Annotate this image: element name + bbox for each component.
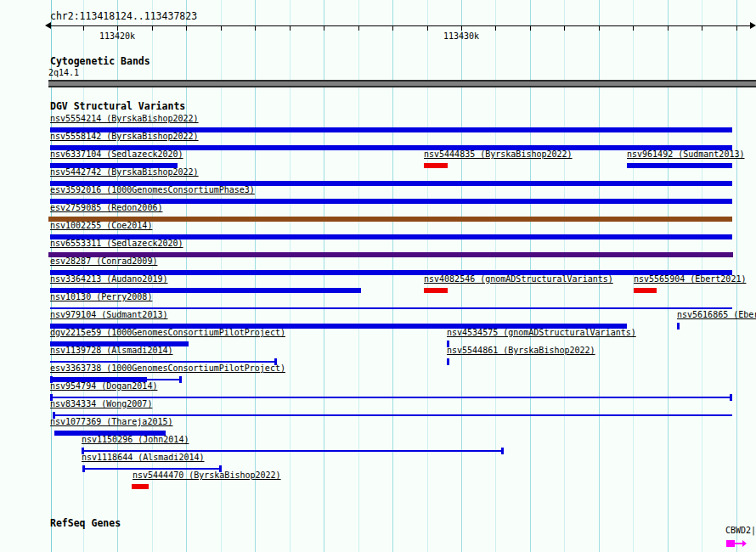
variant-label[interactable]: nsv954794 (Dogan2014) xyxy=(50,381,157,391)
variant-bar[interactable] xyxy=(132,484,149,489)
genome-browser-view: chr2:113418124..113437823 113420k113430k… xyxy=(0,0,756,552)
variant-label[interactable]: dgv2215e59 (1000GenomesConsortiumPilotPr… xyxy=(50,328,285,338)
ruler-tick xyxy=(427,25,428,31)
variant-label[interactable]: esv3363738 (1000GenomesConsortiumPilotPr… xyxy=(50,363,285,374)
variant-label[interactable]: nsv6337104 (Sedlazeck2020) xyxy=(50,149,183,160)
variant-label[interactable]: nsv979104 (Sudmant2013) xyxy=(50,310,167,320)
refseq-header: RefSeq Genes xyxy=(50,518,121,529)
variant-label[interactable]: nsv1002255 (Coe2014) xyxy=(50,221,152,231)
ruler-tick xyxy=(83,25,84,31)
variant-label[interactable]: nsv961492 (Sudmant2013) xyxy=(627,149,744,160)
variant-label-clip: nsv5616865 (Ebert2021) xyxy=(677,310,756,321)
ruler-tick xyxy=(495,25,496,31)
cytoband-label: 2q14.1 xyxy=(48,68,79,78)
variant-range-line[interactable] xyxy=(53,414,732,416)
variant-range-end-tick[interactable] xyxy=(730,394,732,401)
variant-label[interactable]: nsv5554214 (ByrskaBishop2022) xyxy=(50,114,199,124)
ruler-tick xyxy=(668,25,669,31)
ruler-tick xyxy=(221,25,222,31)
variant-range-start-tick[interactable] xyxy=(82,465,85,472)
variant-bar[interactable] xyxy=(424,163,448,168)
ruler-tick xyxy=(152,25,153,31)
variant-label[interactable]: esv2759085 (Redon2006) xyxy=(50,203,162,213)
variant-bar[interactable] xyxy=(627,163,732,168)
cytoband-bar[interactable] xyxy=(48,80,756,87)
variant-label[interactable]: nsv5558142 (ByrskaBishop2022) xyxy=(50,132,199,142)
ruler-tick xyxy=(392,25,393,31)
ruler-tick xyxy=(702,25,702,31)
ruler-line xyxy=(49,25,752,26)
variant-label[interactable]: nsv5544861 (ByrskaBishop2022) xyxy=(447,346,595,356)
ruler-tick-label: 113430k xyxy=(443,31,479,42)
variant-label[interactable]: nsv5616865 (Ebert2021) xyxy=(677,310,756,320)
gene-marker[interactable] xyxy=(726,540,735,547)
ruler-tick xyxy=(255,25,256,31)
variant-label[interactable]: nsv5442742 (ByrskaBishop2022) xyxy=(50,167,199,177)
variant-bar[interactable] xyxy=(447,358,449,365)
variant-range-line[interactable] xyxy=(82,468,221,470)
variant-label[interactable]: nsv6553311 (Sedlazeck2020) xyxy=(50,239,183,249)
gene-strand-arrowhead-icon xyxy=(742,540,747,547)
variant-bar[interactable] xyxy=(634,288,657,293)
variant-label[interactable]: nsv1118644 (Alsmadi2014) xyxy=(82,453,205,463)
variant-label[interactable]: nsv1150296 (John2014) xyxy=(82,435,189,445)
variant-label[interactable]: nsv3364213 (Audano2019) xyxy=(50,274,167,284)
variant-label[interactable]: nsv4534575 (gnomADStructuralVariants) xyxy=(447,328,636,338)
variant-label[interactable]: nsv1139728 (Alsmadi2014) xyxy=(50,346,173,356)
ruler-tick xyxy=(290,25,291,31)
dgv-header: DGV Structural Variants xyxy=(50,101,185,112)
gene-strand-arrow xyxy=(735,543,742,544)
ruler-tick xyxy=(324,25,324,31)
region-title: chr2:113418124..113437823 xyxy=(50,11,197,22)
variant-range-line[interactable] xyxy=(50,397,731,398)
variant-label[interactable]: esv3592016 (1000GenomesConsortiumPhase3) xyxy=(50,185,255,195)
variant-range-line[interactable] xyxy=(50,361,276,363)
ruler-tick xyxy=(599,25,600,31)
gene-label[interactable]: CBWD2| xyxy=(725,526,756,536)
ruler-tick xyxy=(461,25,462,31)
ruler-right-arrow-icon xyxy=(750,22,756,29)
ruler-tick xyxy=(117,25,118,31)
ruler-tick xyxy=(736,25,737,31)
variant-label[interactable]: nsv5444835 (ByrskaBishop2022) xyxy=(424,149,573,160)
variant-range-end-tick[interactable] xyxy=(501,448,504,454)
variant-range-line[interactable] xyxy=(82,450,503,452)
variant-label[interactable]: nsv1077369 (Thareja2015) xyxy=(50,417,173,427)
variant-bar[interactable] xyxy=(424,288,448,293)
ruler-tick xyxy=(633,25,634,31)
variant-label[interactable]: nsv10130 (Perry2008) xyxy=(50,292,152,302)
ruler-tick xyxy=(358,25,359,31)
variant-bar[interactable] xyxy=(677,323,680,330)
variant-label[interactable]: esv28287 (Conrad2009) xyxy=(50,256,157,267)
variant-label[interactable]: nsv5565904 (Ebert2021) xyxy=(634,274,746,284)
variant-range-line[interactable] xyxy=(50,307,732,309)
cytogenetic-bands-header: Cytogenetic Bands xyxy=(50,56,150,67)
variant-range-end-tick[interactable] xyxy=(179,376,182,383)
ruler-tick xyxy=(530,25,531,31)
variant-label[interactable]: nsv834334 (Wong2007) xyxy=(50,399,152,409)
ruler-tick-label: 113420k xyxy=(99,31,135,42)
ruler-tick xyxy=(186,25,187,31)
variant-label[interactable]: nsv4082546 (gnomADStructuralVariants) xyxy=(424,274,613,284)
ruler-tick xyxy=(564,25,565,31)
ruler-left-arrow-icon xyxy=(45,22,51,29)
variant-label[interactable]: nsv5444470 (ByrskaBishop2022) xyxy=(133,470,281,481)
